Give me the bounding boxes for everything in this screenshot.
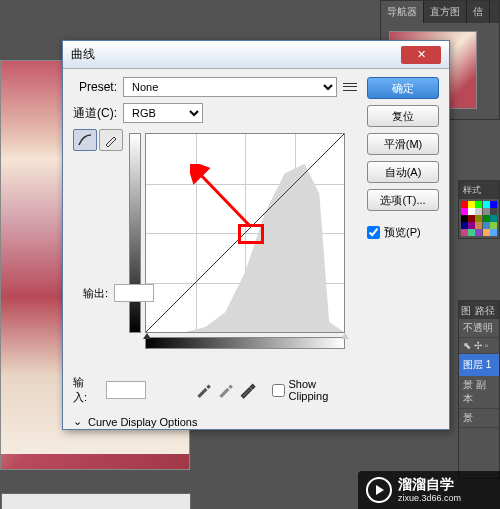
swatch[interactable] [461,208,468,215]
tab-info[interactable]: 信 [467,1,490,23]
preview-label: 预览(P) [384,225,421,240]
swatch[interactable] [461,222,468,229]
curve-display-options-label: Curve Display Options [88,416,197,428]
preset-select[interactable]: None [123,77,337,97]
swatch[interactable] [490,215,497,222]
swatch[interactable] [483,222,490,229]
watermark-text: 溜溜自学 [398,477,461,492]
opacity-row[interactable]: 不透明 [459,319,499,338]
tab-histogram[interactable]: 直方图 [424,1,467,23]
swatches-grid[interactable] [459,199,499,238]
curve-grid[interactable] [145,133,345,333]
annotation-highlight-box [238,224,264,244]
curve-display-options-toggle[interactable]: ⌄ Curve Display Options [73,415,357,428]
swatch[interactable] [461,201,468,208]
x-gradient [145,337,345,349]
svg-line-1 [198,172,250,226]
layer-controls[interactable]: ⬉ ✢ ▫ [459,338,499,354]
dialog-title: 曲线 [71,46,401,63]
swatch[interactable] [475,208,482,215]
preset-menu-icon[interactable] [343,80,357,94]
swatch[interactable] [468,215,475,222]
reset-button[interactable]: 复位 [367,105,439,127]
tab-layers[interactable]: 图 [461,304,471,316]
tab-navigator[interactable]: 导航器 [381,1,424,23]
eyedropper-gray-icon[interactable] [216,381,234,399]
swatch[interactable] [475,222,482,229]
swatch[interactable] [461,215,468,222]
curve-icon [77,133,93,147]
options-button[interactable]: 选项(T)... [367,189,439,211]
watermark-sub: zixue.3d66.com [398,493,461,503]
pencil-tool-button[interactable] [99,129,123,151]
eyedropper-white-icon[interactable] [238,381,256,399]
black-point-slider[interactable] [143,333,151,339]
curves-dialog: 曲线 ✕ Preset: None 通道(C): RGB [62,40,450,430]
swatch[interactable] [475,201,482,208]
ok-button[interactable]: 确定 [367,77,439,99]
eyedropper-black-icon[interactable] [194,381,212,399]
swatch[interactable] [468,208,475,215]
swatch[interactable] [483,229,490,236]
smooth-button[interactable]: 平滑(M) [367,133,439,155]
swatch[interactable] [490,229,497,236]
pencil-icon [104,133,118,147]
swatch[interactable] [483,208,490,215]
canvas-status-bar [1,493,191,509]
show-clipping-label: Show Clipping [289,378,357,402]
layer-item-selected[interactable]: 图层 1 [459,354,499,376]
show-clipping-checkbox[interactable] [272,384,285,397]
swatch[interactable] [475,215,482,222]
chevron-icon: ⌄ [73,415,82,428]
preset-label: Preset: [73,80,117,94]
y-gradient [129,133,141,333]
swatches-panel: 样式 [458,180,500,239]
watermark: 溜溜自学 zixue.3d66.com [358,471,500,509]
tab-paths[interactable]: 路径 [475,304,495,316]
swatch[interactable] [490,201,497,208]
swatch[interactable] [468,222,475,229]
auto-button[interactable]: 自动(A) [367,161,439,183]
swatch[interactable] [468,229,475,236]
output-label: 输出: [83,286,108,301]
swatch[interactable] [490,208,497,215]
input-label: 输入: [73,375,98,405]
white-point-slider[interactable] [341,333,349,339]
swatch[interactable] [461,229,468,236]
play-icon [366,477,392,503]
swatch[interactable] [475,229,482,236]
curve-tool-button[interactable] [73,129,97,151]
channel-label: 通道(C): [73,105,117,122]
close-button[interactable]: ✕ [401,46,441,64]
swatch[interactable] [468,201,475,208]
tab-swatches[interactable]: 样式 [459,181,499,199]
swatch[interactable] [483,201,490,208]
swatch[interactable] [490,222,497,229]
preview-checkbox[interactable] [367,226,380,239]
layers-panel: 图 路径 不透明 ⬉ ✢ ▫ 图层 1 景 副本 景 [458,300,500,479]
layer-item[interactable]: 景 [459,409,499,428]
channel-select[interactable]: RGB [123,103,203,123]
layer-item[interactable]: 景 副本 [459,376,499,409]
swatch[interactable] [483,215,490,222]
output-field[interactable] [114,284,154,302]
dialog-titlebar[interactable]: 曲线 ✕ [63,41,449,69]
input-field[interactable] [106,381,146,399]
